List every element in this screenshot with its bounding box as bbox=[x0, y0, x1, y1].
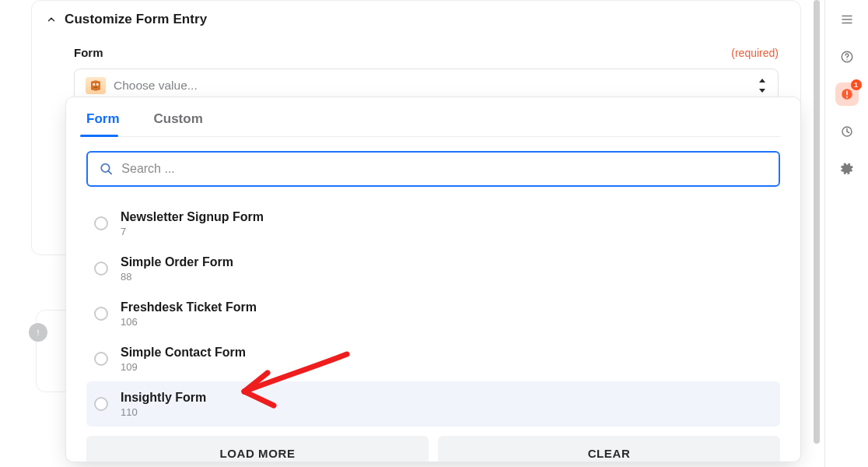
option-id: 110 bbox=[121, 406, 206, 418]
search-input[interactable] bbox=[121, 162, 768, 176]
search-input-wrap[interactable] bbox=[86, 151, 780, 187]
form-select-popover: Form Custom Newsletter Signup Form 7 bbox=[65, 97, 801, 462]
option-id: 88 bbox=[121, 271, 233, 283]
gear-icon[interactable] bbox=[835, 157, 859, 181]
svg-line-6 bbox=[108, 171, 111, 174]
option-id: 109 bbox=[121, 361, 246, 373]
svg-rect-13 bbox=[846, 91, 848, 96]
list-item[interactable]: Freshdesk Ticket Form 106 bbox=[86, 291, 780, 336]
option-name: Simple Contact Form bbox=[121, 345, 246, 360]
radio-icon[interactable] bbox=[94, 216, 108, 230]
tab-custom[interactable]: Custom bbox=[154, 102, 215, 136]
radio-icon[interactable] bbox=[94, 397, 108, 411]
radio-icon[interactable] bbox=[94, 307, 108, 321]
right-sidebar: 1 bbox=[824, 0, 868, 467]
option-name: Freshdesk Ticket Form bbox=[121, 300, 257, 315]
chevron-up-icon[interactable] bbox=[46, 14, 57, 25]
option-name: Newsletter Signup Form bbox=[121, 209, 264, 225]
search-icon bbox=[99, 161, 114, 177]
scrollbar[interactable] bbox=[814, 0, 820, 444]
svg-point-11 bbox=[846, 59, 847, 60]
list-item[interactable]: Insightly Form 110 bbox=[86, 381, 780, 427]
option-name: Insightly Form bbox=[121, 390, 206, 406]
divider bbox=[86, 136, 780, 137]
tab-form[interactable]: Form bbox=[86, 102, 132, 136]
option-id: 7 bbox=[121, 226, 264, 237]
list-item[interactable]: Simple Order Form 88 bbox=[86, 246, 780, 291]
help-icon[interactable] bbox=[835, 45, 859, 68]
svg-point-14 bbox=[846, 97, 848, 98]
radio-icon[interactable] bbox=[94, 352, 108, 366]
warning-badge-icon bbox=[29, 323, 47, 342]
clock-icon[interactable] bbox=[835, 120, 859, 143]
required-label: (required) bbox=[731, 47, 779, 59]
wpforms-icon bbox=[86, 77, 106, 94]
option-id: 106 bbox=[121, 316, 257, 328]
card-title: Customize Form Entry bbox=[65, 12, 207, 27]
menu-icon[interactable] bbox=[835, 8, 859, 31]
clear-button[interactable]: CLEAR bbox=[438, 436, 780, 462]
alert-icon[interactable]: 1 bbox=[835, 83, 859, 106]
select-placeholder: Choose value... bbox=[114, 79, 198, 93]
sort-icon bbox=[758, 79, 767, 93]
load-more-button[interactable]: LOAD MORE bbox=[86, 436, 429, 462]
list-item[interactable]: Simple Contact Form 109 bbox=[86, 336, 780, 381]
svg-point-2 bbox=[37, 334, 39, 335]
option-name: Simple Order Form bbox=[121, 255, 233, 270]
radio-icon[interactable] bbox=[94, 262, 108, 276]
field-label-form: Form bbox=[74, 46, 103, 59]
svg-rect-1 bbox=[37, 330, 38, 334]
list-item[interactable]: Newsletter Signup Form 7 bbox=[86, 201, 780, 246]
alert-badge: 1 bbox=[851, 79, 862, 90]
